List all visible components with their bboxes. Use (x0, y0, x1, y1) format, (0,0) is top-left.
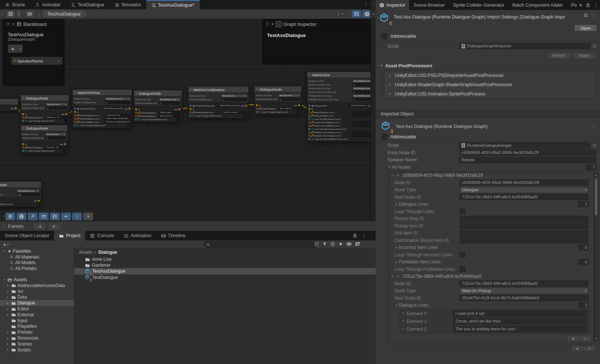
exec-port-icon[interactable] (129, 108, 130, 109)
port-field[interactable]: Now, go on, p (159, 115, 180, 117)
prop-number-field[interactable]: -55 (17, 193, 40, 196)
drag-handle-icon[interactable]: = (402, 311, 404, 316)
line-port-icon[interactable] (309, 131, 310, 133)
nodes-scrollbar[interactable]: ▲ ▼ (594, 173, 599, 341)
port-checkbox[interactable]: ✓ (244, 114, 247, 117)
expand-arrow-icon[interactable]: ▸ (388, 92, 392, 95)
toggle-blackboard-button[interactable] (351, 10, 361, 18)
panel-tab-console[interactable]: Console (85, 231, 119, 240)
drag-handle-icon[interactable]: = (391, 173, 394, 178)
prop-dropdown[interactable]: Say Multiple Lines▾ (353, 80, 371, 82)
property-field[interactable] (460, 223, 589, 229)
inspector-tab-batch-component-adder[interactable]: Batch Component Adder (508, 0, 567, 10)
node-section-header[interactable]: =▾c93b5606-401f-49a2-99b5-9ecbf1fa9c29 (389, 172, 594, 179)
property-field[interactable]: #RuntimeDialogueGraph (459, 142, 590, 149)
window-tab-testdialogue[interactable]: TestDialogue (66, 0, 109, 9)
exec-port-icon[interactable] (66, 113, 67, 115)
port-field[interactable]: Cmon, don't be like this! (105, 117, 130, 120)
postprocessor-unityeditor-shadergraph-shadergraphassetpostprocessor[interactable]: ▸UnityEditor.ShaderGraph.ShaderGraphAsse… (384, 80, 596, 90)
graph-footer-button-blackboard[interactable] (50, 212, 60, 220)
line-port-icon[interactable] (309, 121, 310, 123)
graph-node-waitonpickup[interactable]: ≡WaitOnPickupDefault Line TypeSay Multip… (72, 89, 132, 128)
star-icon[interactable]: ★ (339, 241, 343, 247)
prop-dropdown[interactable]: Say Multiple Lines▾ (159, 98, 180, 101)
tree-item-dialogue[interactable]: ▸Dialogue (0, 300, 74, 306)
expand-arrow-icon[interactable]: ▸ (6, 313, 10, 316)
window-tab-simulator[interactable]: Simulator (110, 0, 146, 9)
expand-arrow-icon[interactable]: ▸ (388, 74, 392, 77)
file-row-testdialogue[interactable]: {}TestDialogue (74, 274, 376, 280)
assets-header[interactable]: ▾Assets (0, 277, 74, 283)
node-title[interactable]: ≡StartNode (0, 99, 18, 105)
drag-handle-icon[interactable]: = (402, 319, 404, 323)
element-field[interactable]: I said pick it up! (453, 310, 587, 317)
foldout-row-all-nodes[interactable]: ▾All Nodes7 (376, 164, 600, 171)
graph-node-dialoguenode[interactable]: ≡DialogueNodeDefault Line TypeSay One Li… (20, 95, 69, 124)
prop-number-field[interactable]: 2 (353, 83, 371, 86)
port-field[interactable]: Post boy... W (45, 146, 66, 149)
checkbox[interactable] (460, 252, 465, 257)
exec-port-icon[interactable] (22, 113, 24, 115)
prop-dropdown[interactable]: Say Multiple Lines▾ (353, 94, 371, 97)
save-button[interactable] (6, 10, 16, 18)
port-field[interactable] (353, 131, 371, 134)
dialogue-graph-canvas[interactable]: ☰ ▼ Blackboard TestAssDialogue (Dialogue… (0, 18, 371, 221)
panel-tab-timeline[interactable]: Timeline (156, 231, 190, 240)
expand-arrow-icon[interactable]: ▸ (6, 307, 10, 311)
inspector-tab-sprite-collider-generator[interactable]: Sprite Collider Generator (449, 0, 508, 10)
port-field[interactable]: Nice, that's it! (279, 107, 300, 110)
add-variable-button[interactable]: + (8, 44, 18, 53)
node-title[interactable]: ≡WaitOnCombination (188, 87, 249, 93)
node-title[interactable]: ≡WaitOnSlot (307, 72, 371, 78)
graph-footer-button-wrench[interactable] (27, 212, 38, 220)
window-tab-testassdialogue[interactable]: TestAssDialogue* (146, 0, 200, 9)
graph-footer-button-kebab-ic[interactable] (72, 212, 82, 220)
graph-inspector-header[interactable]: ☰ ▼ i Graph Inspector (263, 20, 370, 29)
bool-port-icon[interactable] (309, 118, 310, 120)
breadcrumb[interactable]: TestAssDialogue (43, 10, 87, 17)
graph-node-dialoguenode[interactable]: ≡DialogueNodeDefault Line TypeSay One Li… (20, 125, 68, 154)
port-checkbox[interactable] (127, 124, 130, 127)
array-size-field[interactable]: 7 (586, 164, 596, 170)
project-file-list[interactable]: Assets ▸ Dialogue Anne LiseGardener{}Tes… (74, 248, 376, 364)
tree-item-resources[interactable]: ▸Resources (0, 335, 74, 341)
prop-number-field[interactable]: 3 (105, 101, 130, 104)
port-field[interactable]: Bonfire (Pickup Item Da⊙ (350, 104, 367, 107)
file-row-testassdialogue[interactable]: {}TestAssDialogue (74, 268, 376, 274)
favorite-item-all-prefabs[interactable]: All Prefabs (0, 266, 74, 272)
kebab-icon[interactable]: ⋮ (591, 13, 596, 18)
favorite-item-all-models[interactable]: All Models (0, 260, 74, 266)
revert-button[interactable]: Revert (547, 52, 571, 59)
add-variable-dropdown[interactable]: ▾ (18, 44, 23, 53)
object-picker-icon[interactable]: ⊙ (593, 143, 596, 148)
chevron-down-icon[interactable]: ▾ (7, 243, 9, 246)
prop-dropdown[interactable]: Say One Line▾ (279, 94, 300, 97)
tree-item-playables[interactable]: Playables (0, 324, 74, 330)
favorites-header[interactable]: ▾★Favorites (0, 248, 74, 254)
line-port-icon[interactable] (22, 117, 24, 118)
drag-handle-icon[interactable]: = (402, 327, 404, 331)
breadcrumb-assets[interactable]: Assets (79, 250, 92, 255)
checkbox[interactable] (460, 266, 465, 272)
object-picker-icon[interactable]: ⊙ (593, 44, 596, 49)
element-field[interactable]: Cmon, don't be like this! (453, 318, 587, 324)
exec-port-icon[interactable] (74, 111, 76, 113)
port-checkbox[interactable] (177, 118, 180, 121)
exec-port-icon[interactable] (22, 143, 24, 145)
prop-dropdown[interactable]: Say One Line▾ (221, 94, 247, 97)
port-field[interactable]: Nos (Pickup Item Data)⊙ (103, 107, 123, 110)
checkbox[interactable] (460, 209, 465, 214)
search-input[interactable] (204, 241, 317, 248)
alert-circle-icon[interactable] (330, 242, 335, 246)
kebab-icon[interactable]: ⋮ (594, 2, 599, 8)
postprocessor-unityeditor-u2d-psd-psdimporterassetpostprocessor[interactable]: ▸UnityEditor.U2D.PSD.PSDImporterAssetPos… (384, 71, 596, 80)
graph-footer-button-bolt[interactable] (83, 212, 93, 220)
prop-dropdown[interactable]: Say Multiple Lines▾ (353, 87, 371, 90)
panel-tab-project[interactable]: Project (54, 231, 85, 240)
exec-port-icon[interactable] (190, 108, 191, 110)
port-field[interactable] (353, 124, 371, 127)
remove-element-button[interactable]: − (584, 346, 596, 351)
line-port-icon[interactable] (135, 112, 137, 114)
obj-port-icon[interactable] (74, 108, 76, 109)
load-button[interactable] (25, 10, 35, 18)
